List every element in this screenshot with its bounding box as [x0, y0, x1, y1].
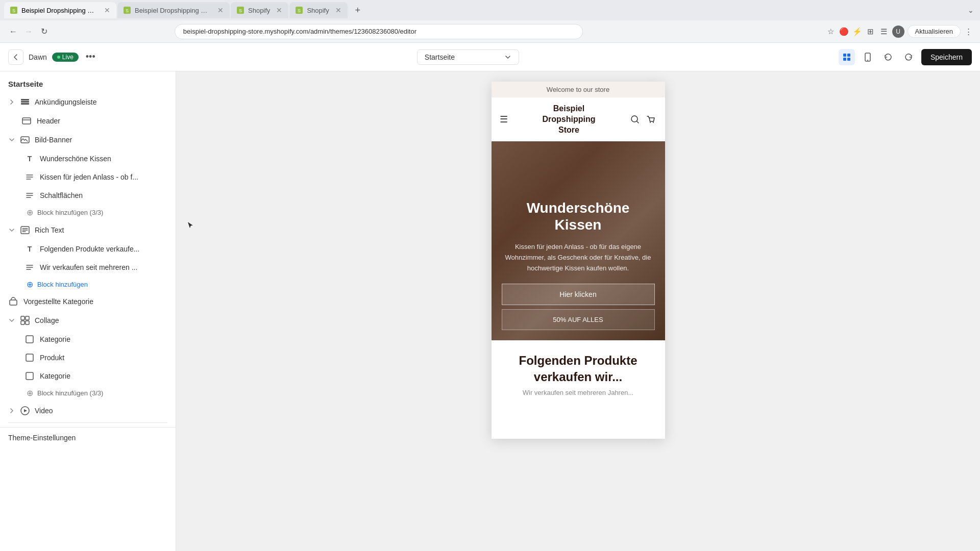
new-tab-button[interactable]: +: [351, 3, 365, 17]
kategorie-2-label: Kategorie: [40, 372, 167, 380]
cart-icon[interactable]: [646, 114, 656, 124]
more-options-button[interactable]: •••: [84, 49, 97, 64]
hamburger-icon[interactable]: ☰: [500, 114, 508, 125]
sidebar-item-header[interactable]: Header: [0, 112, 176, 130]
add-block-bild-banner[interactable]: ⊕ Block hinzufügen (3/3): [0, 205, 176, 220]
svg-rect-20: [10, 300, 17, 305]
main-layout: Startseite Ankündigungsleiste Header: [0, 71, 980, 551]
address-text: beispiel-dropshipping-store.myshopify.co…: [183, 28, 416, 35]
live-badge: Live: [52, 53, 79, 62]
extension-icon-3[interactable]: ⊞: [866, 27, 876, 37]
sidebar: Startseite Ankündigungsleiste Header: [0, 71, 176, 551]
add-block-collage[interactable]: ⊕ Block hinzufügen (3/3): [0, 385, 176, 401]
back-to-themes-button[interactable]: [8, 49, 23, 65]
sidebar-item-rich-text[interactable]: Rich Text: [0, 220, 176, 240]
extension-icon-2[interactable]: ⚡: [852, 27, 863, 37]
topbar-right: Speichern: [839, 49, 972, 65]
update-button[interactable]: Aktualisieren: [908, 25, 961, 38]
vorgestellte-icon: [8, 296, 18, 307]
avatar-icon[interactable]: U: [892, 26, 904, 38]
bild-banner-child-3[interactable]: Schaltflächen: [0, 186, 176, 205]
rich-text-icon: [19, 224, 31, 236]
browser-chrome: S Beispiel Dropshipping Store - ... ✕ S …: [0, 0, 980, 43]
tab-bar: S Beispiel Dropshipping Store - ... ✕ S …: [0, 0, 980, 20]
chevron-down-collage-icon: [8, 317, 15, 324]
bild-banner-child-1[interactable]: T Wunderschöne Kissen: [0, 149, 176, 168]
sidebar-item-collage[interactable]: Collage: [0, 311, 176, 330]
sidebar-item-video[interactable]: Video: [0, 401, 176, 420]
svg-rect-27: [26, 372, 33, 380]
svg-text:S: S: [126, 8, 129, 13]
sidebar-item-bild-banner[interactable]: Bild-Banner: [0, 130, 176, 149]
tab-3-label: Shopify: [248, 7, 270, 14]
svg-rect-14: [21, 99, 29, 101]
address-bar-left: ← → ↻: [6, 24, 51, 39]
svg-point-31: [653, 122, 654, 123]
tab-1[interactable]: S Beispiel Dropshipping Store - ... ✕: [4, 2, 116, 18]
tab-4-label: Shopify: [307, 7, 329, 14]
tab-more-button[interactable]: ⌄: [966, 4, 976, 16]
search-icon[interactable]: [630, 114, 640, 124]
tab-4-close[interactable]: ✕: [335, 6, 341, 14]
refresh-button[interactable]: ↻: [37, 24, 51, 39]
bookmark-icon[interactable]: ☆: [826, 27, 836, 37]
bild-banner-child-2[interactable]: Kissen für jeden Anlass - ob f...: [0, 168, 176, 186]
text-T-icon-2: T: [24, 244, 35, 254]
sidebar-title: Startseite: [0, 71, 176, 92]
forward-button[interactable]: →: [21, 24, 36, 39]
collage-child-2[interactable]: Produkt: [0, 348, 176, 367]
collage-child-1[interactable]: Kategorie: [0, 330, 176, 348]
live-dot: [57, 56, 60, 59]
page-selector[interactable]: Startseite: [417, 49, 519, 65]
kategorie-1-label: Kategorie: [40, 335, 167, 343]
chevron-right-icon: [8, 98, 15, 106]
vorgestellte-kategorie-label: Vorgestellte Kategorie: [23, 297, 167, 306]
menu-dots[interactable]: ⋮: [964, 27, 974, 37]
mobile-view-button[interactable]: [860, 49, 875, 65]
tab-2[interactable]: S Beispiel Dropshipping Store ✕: [117, 2, 230, 18]
chevron-down-icon: [504, 54, 511, 61]
collage-icon: [19, 315, 31, 326]
rich-text-child-2[interactable]: Wir verkaufen seit mehreren ...: [0, 258, 176, 277]
frame-icon-3: [24, 371, 35, 381]
extension-icon-1[interactable]: 🔴: [839, 27, 849, 37]
tab-3-close[interactable]: ✕: [276, 6, 282, 14]
rich-text-child-1[interactable]: T Folgenden Produkte verkaufe...: [0, 240, 176, 258]
produkt-label: Produkt: [40, 354, 167, 362]
mobile-frame: Welcome to our store ☰ BeispielDropshipp…: [492, 82, 665, 439]
collage-child-3[interactable]: Kategorie: [0, 367, 176, 385]
btn-hier-klicken[interactable]: Hier klicken: [502, 284, 655, 305]
save-button[interactable]: Speichern: [921, 49, 972, 65]
undo-icon: [884, 53, 893, 62]
tab-4[interactable]: S Shopify ✕: [289, 2, 347, 18]
tab-3[interactable]: S Shopify ✕: [231, 2, 288, 18]
frame-icon-2: [24, 353, 35, 363]
banner-section: WunderschöneKissen Kissen für jeden Anla…: [492, 141, 665, 340]
svg-rect-22: [26, 316, 29, 320]
redo-icon: [904, 53, 913, 62]
collage-label: Collage: [35, 316, 59, 324]
store-title: BeispielDropshippingStore: [543, 104, 596, 135]
rich-text-label: Rich Text: [35, 226, 64, 234]
sidebar-item-vorgestellte-kategorie[interactable]: Vorgestellte Kategorie: [0, 292, 176, 311]
banner-description: Kissen für jeden Anlass - ob für das eig…: [502, 242, 655, 273]
sidebar-divider: [8, 422, 167, 423]
sidebar-item-ankuendigungsleiste[interactable]: Ankündigungsleiste: [0, 92, 176, 112]
svg-text:S: S: [298, 8, 301, 13]
add-block-rich-label: Block hinzufügen: [37, 281, 88, 288]
add-block-rich-text[interactable]: ⊕ Block hinzufügen: [0, 277, 176, 292]
btn-50-auf-alles[interactable]: 50% AUF ALLES: [502, 309, 655, 330]
plus-icon-blue: ⊕: [27, 280, 33, 289]
address-bar: ← → ↻ beispiel-dropshipping-store.myshop…: [0, 20, 980, 43]
redo-button[interactable]: [901, 49, 916, 65]
extension-icon-4[interactable]: ☰: [879, 27, 889, 37]
tab-2-close[interactable]: ✕: [217, 6, 224, 14]
address-input[interactable]: beispiel-dropshipping-store.myshopify.co…: [175, 24, 583, 39]
tab-1-close[interactable]: ✕: [104, 6, 110, 14]
undo-button[interactable]: [880, 49, 896, 65]
grid-layout-button[interactable]: [839, 49, 855, 65]
theme-settings-button[interactable]: Theme-Einstellungen: [0, 427, 176, 448]
rich-text-subtitle: Wir verkaufen seit mehreren Jahren...: [502, 389, 655, 396]
app-topbar: Dawn Live ••• Startseite: [0, 43, 980, 71]
back-button[interactable]: ←: [6, 24, 20, 39]
